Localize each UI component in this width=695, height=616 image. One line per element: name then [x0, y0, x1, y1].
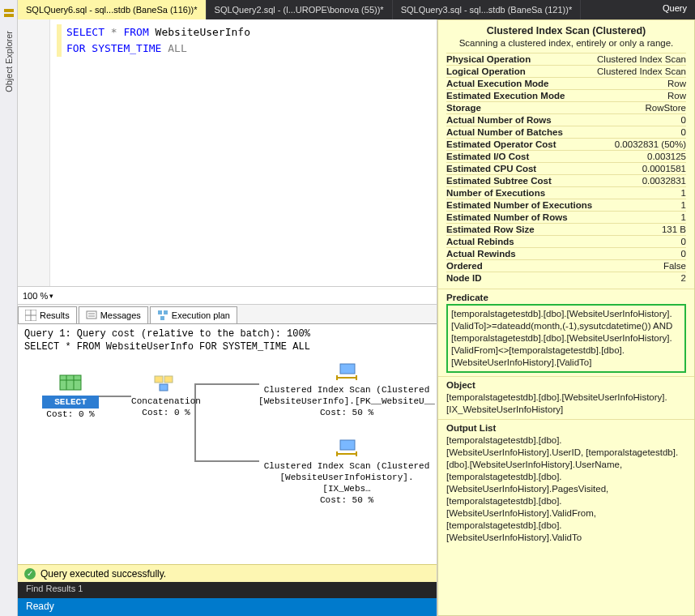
- output-body: [temporalstagetestdb].[dbo].[WebsiteUser…: [446, 434, 686, 544]
- tooltip-property-row: OrderedFalse: [446, 259, 686, 272]
- tooltip-property-label: Node ID: [446, 273, 481, 283]
- editor-text[interactable]: SELECT * FROM WebsiteUserInfo FOR SYSTEM…: [50, 19, 437, 286]
- execution-plan-panel: Query 1: Query cost (relative to the bat…: [18, 324, 437, 564]
- tooltip-property-value: 0: [681, 115, 686, 125]
- tooltip-property-label: Number of Executions: [446, 188, 545, 198]
- tooltip-property-value: 0.003125: [647, 152, 686, 161]
- object-explorer-sidebar[interactable]: Object Explorer: [0, 0, 18, 616]
- kw-for: FOR: [66, 42, 85, 54]
- plan-scan2-line2: [WebsiteUserInfoHistory].[IX_Webs…: [258, 472, 436, 494]
- tooltip-property-label: Estimated Number of Rows: [446, 212, 568, 222]
- plan-concat-cost: Cost: 0 %: [122, 407, 211, 418]
- tooltip-property-label: Logical Operation: [446, 66, 526, 76]
- svg-rect-15: [155, 376, 163, 383]
- execution-plan-icon: [157, 310, 168, 321]
- tab-execution-plan[interactable]: Execution plan: [150, 306, 237, 323]
- svg-rect-17: [160, 384, 168, 391]
- tooltip-property-row: Estimated Subtree Cost0.0032831: [446, 174, 686, 186]
- tooltip-property-label: Storage: [446, 103, 481, 113]
- tooltip-property-row: Number of Executions1: [446, 186, 686, 199]
- tooltip-property-label: Estimated I/O Cost: [446, 152, 529, 161]
- kw-star: *: [111, 26, 117, 38]
- svg-rect-0: [4, 9, 14, 12]
- plan-node-select[interactable]: SELECT Cost: 0 %: [42, 373, 99, 420]
- tooltip-property-value: 0: [681, 127, 686, 137]
- server-icon: [2, 6, 15, 19]
- zoom-bar: 100 % ▾: [18, 287, 437, 305]
- ready-status-bar: Ready: [18, 598, 437, 616]
- tooltip-property-value: 2: [681, 273, 686, 283]
- tooltip-property-value: 1: [681, 200, 686, 210]
- plan-node-scan-top[interactable]: Clustered Index Scan (Clustered [Website…: [258, 361, 436, 418]
- svg-rect-8: [158, 310, 162, 314]
- tooltip-property-label: Estimated Number of Executions: [446, 200, 592, 210]
- tooltip-property-value: 0: [681, 237, 686, 246]
- plan-node-concat[interactable]: Concatenation Cost: 0 %: [122, 373, 211, 418]
- tab-sqlquery3[interactable]: SQLQuery3.sql - sql...stdb (BaneSa (121)…: [393, 0, 582, 19]
- tooltip-property-row: Actual Rewinds0: [446, 247, 686, 259]
- tab-execution-plan-label: Execution plan: [172, 310, 230, 320]
- kw-system-time: SYSTEM_TIME: [92, 42, 161, 54]
- query-sql-line: SELECT * FROM WebsiteUserInfo FOR SYSTEM…: [24, 340, 430, 353]
- svg-rect-19: [340, 440, 355, 450]
- plan-node-scan-bottom[interactable]: Clustered Index Scan (Clustered [Website…: [258, 438, 436, 506]
- tooltip-property-label: Estimated CPU Cost: [446, 164, 536, 173]
- tooltip-title: Clustered Index Scan (Clustered): [445, 25, 688, 36]
- tooltip-object-section: Object [temporalstagetestdb].[dbo].[Webs…: [438, 376, 694, 419]
- query-cost-line: Query 1: Query cost (relative to the bat…: [24, 327, 430, 340]
- object-body: [temporalstagetestdb].[dbo].[WebsiteUser…: [446, 391, 686, 416]
- zoom-dropdown[interactable]: 100 % ▾: [23, 291, 53, 301]
- svg-rect-9: [164, 310, 168, 314]
- kw-select: SELECT: [66, 26, 104, 38]
- plan-scan2-line1: Clustered Index Scan (Clustered: [258, 460, 436, 472]
- tooltip-property-row: Actual Number of Batches0: [446, 126, 686, 138]
- tooltip-property-row: StorageRowStore: [446, 101, 686, 113]
- tooltip-property-row: Estimated Number of Executions1: [446, 199, 686, 211]
- chevron-down-icon: ▾: [49, 292, 53, 300]
- tooltip-property-value: Row: [667, 79, 686, 88]
- tooltip-property-label: Actual Rewinds: [446, 249, 516, 259]
- tooltip-property-label: Actual Rebinds: [446, 237, 514, 246]
- svg-rect-5: [87, 311, 96, 319]
- tooltip-property-row: Actual Execution ModeRow: [446, 77, 686, 89]
- tooltip-property-value: 1: [681, 212, 686, 222]
- tooltip-output-section: Output List [temporalstagetestdb].[dbo].…: [438, 419, 694, 547]
- zoom-value: 100 %: [23, 291, 48, 301]
- tab-messages[interactable]: Messages: [79, 306, 148, 323]
- predicate-body: [temporalstagetestdb].[dbo].[WebsiteUser…: [446, 304, 686, 373]
- tooltip-property-value: Clustered Index Scan: [597, 54, 686, 64]
- object-title: Object: [446, 380, 686, 390]
- tooltip-property-label: Estimated Operator Cost: [446, 139, 556, 149]
- tooltip-property-row: Logical OperationClustered Index Scan: [446, 65, 686, 77]
- tooltip-property-row: Estimated Row Size131 B: [446, 223, 686, 235]
- tooltip-predicate-section: Predicate [temporalstagetestdb].[dbo].[W…: [438, 289, 694, 376]
- tooltip-property-label: Estimated Subtree Cost: [446, 176, 552, 186]
- tooltip-property-value: 0.0001581: [642, 164, 686, 173]
- plan-canvas[interactable]: SELECT Cost: 0 % Concatenation Cost: 0 %…: [18, 357, 437, 564]
- tooltip-property-label: Estimated Execution Mode: [446, 91, 565, 101]
- query-header: Query 1: Query cost (relative to the bat…: [18, 324, 437, 357]
- tooltip-property-label: Actual Number of Batches: [446, 127, 563, 137]
- document-tabs: SQLQuery6.sql - sql...stdb (BaneSa (116)…: [18, 0, 695, 19]
- tooltip-subtitle: Scanning a clustered index, entirely or …: [445, 38, 688, 48]
- tooltip-property-value: RowStore: [646, 103, 687, 113]
- tab-messages-label: Messages: [100, 310, 141, 320]
- sql-editor[interactable]: SELECT * FROM WebsiteUserInfo FOR SYSTEM…: [18, 19, 437, 287]
- svg-rect-1: [4, 14, 14, 17]
- tooltip-property-row: Estimated Execution ModeRow: [446, 89, 686, 101]
- tooltip-property-value: 0: [681, 249, 686, 259]
- tooltip-property-row: Node ID2: [446, 272, 686, 284]
- plan-scan1-line2: [WebsiteUserInfo].[PK__WebsiteU__: [258, 396, 436, 407]
- tooltip-property-row: Physical OperationClustered Index Scan: [446, 53, 686, 65]
- find-results-bar[interactable]: Find Results 1: [18, 582, 437, 598]
- tooltip-property-label: Estimated Row Size: [446, 225, 535, 234]
- svg-rect-11: [60, 375, 81, 390]
- tooltip-property-value: 131 B: [662, 225, 686, 234]
- tooltip-property-value: False: [663, 261, 686, 271]
- query-menu-label[interactable]: Query: [654, 0, 695, 19]
- tab-results[interactable]: Results: [18, 306, 77, 323]
- tab-sqlquery2[interactable]: SQLQuery2.sql - (l...UROPE\bonova (55))*: [207, 0, 393, 19]
- tab-sqlquery6[interactable]: SQLQuery6.sql - sql...stdb (BaneSa (116)…: [18, 0, 207, 19]
- predicate-title: Predicate: [446, 293, 686, 302]
- success-check-icon: ✓: [24, 568, 36, 580]
